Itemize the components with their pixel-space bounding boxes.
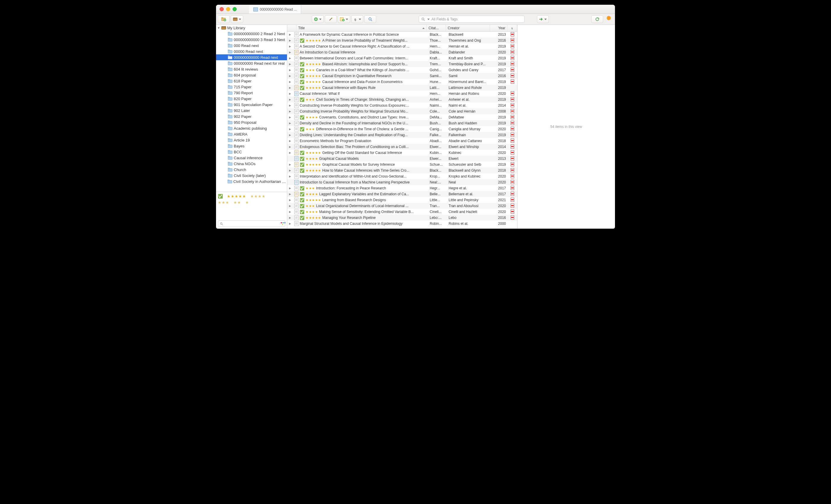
item-row[interactable]: ▶✅★★★★★Getting Off the Gold Standard for… xyxy=(287,150,517,156)
sidebar-collection[interactable]: BCC xyxy=(216,149,287,155)
library-root[interactable]: ▼My Library xyxy=(216,25,287,31)
item-row[interactable]: ▶✅★★★★★Causal Empiricism in Quantitative… xyxy=(287,73,517,79)
item-title-cell[interactable]: ✅★★★★★Biased Altruism: Islamophobia and … xyxy=(292,62,428,66)
item-row[interactable]: ▶Density and Decline in the Founding of … xyxy=(287,120,517,126)
disclosure-triangle-icon[interactable]: ▼ xyxy=(217,26,220,30)
advanced-search-button[interactable] xyxy=(364,16,376,23)
sidebar-collection[interactable]: 902 Paper xyxy=(216,114,287,119)
sidebar-collection[interactable]: 790 Report xyxy=(216,90,287,96)
disclosure-triangle-icon[interactable]: ▶ xyxy=(287,110,292,113)
item-title-cell[interactable]: ✅★★★★Graphical Causal Models xyxy=(292,156,428,161)
sidebar-collection[interactable]: 604 lit reviews xyxy=(216,66,287,72)
disclosure-triangle-icon[interactable]: ▶ xyxy=(287,86,292,89)
item-row[interactable]: ▶✅★★★★Covenants, Constitutions, and Dist… xyxy=(287,114,517,120)
item-row[interactable]: ▶✅★★★★★Causal Inference and Data-Fusion … xyxy=(287,79,517,85)
disclosure-triangle-icon[interactable]: ▶ xyxy=(287,51,292,54)
disclosure-triangle-icon[interactable]: ▶ xyxy=(287,134,292,137)
sidebar-collection[interactable]: Academic publising xyxy=(216,125,287,131)
item-title-cell[interactable]: ✅★★★★★Getting Off the Gold Standard for … xyxy=(292,150,428,155)
item-row[interactable]: ▶Endogenous Selection Bias: The Problem … xyxy=(287,144,517,150)
item-title-cell[interactable]: Causal Inference: What If xyxy=(292,91,428,96)
item-row[interactable]: ▶Dividing Lines: Understanding the Creat… xyxy=(287,132,517,138)
item-row[interactable]: ▶Marginal Structural Models and Causal I… xyxy=(287,221,517,227)
item-title-cell[interactable]: Constructing Inverse Probability Weights… xyxy=(292,103,428,108)
item-row[interactable]: ▶Econometric Methods for Program Evaluat… xyxy=(287,138,517,144)
item-row[interactable]: ▶✅★★★★★Causal Inference with Bayes RuleL… xyxy=(287,85,517,91)
item-title-cell[interactable]: ✅★★★★Covenants, Constitutions, and Disti… xyxy=(292,115,428,120)
disclosure-triangle-icon[interactable]: ▶ xyxy=(287,199,292,202)
maximize-window-button[interactable] xyxy=(233,7,237,11)
item-title-cell[interactable]: Between International Donors and Local F… xyxy=(292,56,428,61)
disclosure-triangle-icon[interactable]: ▶ xyxy=(287,216,292,219)
sidebar-collection[interactable]: Church xyxy=(216,167,287,173)
item-title-cell[interactable]: ✅★★★★★Causal Empiricism in Quantitative … xyxy=(292,73,428,78)
item-title-cell[interactable]: ✅★★★★Making Sense of Sensitivity: Extend… xyxy=(292,209,428,214)
tag-one-star[interactable]: ★ xyxy=(245,200,249,205)
item-title-cell[interactable]: ✅★★★★★A Primer on Inverse Probability of… xyxy=(292,38,428,43)
item-row[interactable]: ▶✅★★★★Making Sense of Sensitivity: Exten… xyxy=(287,209,517,215)
item-title-cell[interactable]: ✅★★★Canaries in a Coal-Mine? What the Ki… xyxy=(292,68,428,72)
item-row[interactable]: ▶Constructing Inverse Probability Weight… xyxy=(287,102,517,109)
column-header-year[interactable]: Year xyxy=(490,25,508,31)
disclosure-triangle-icon[interactable]: ▶ xyxy=(287,222,292,225)
item-title-cell[interactable]: A Second Chance to Get Causal Inference … xyxy=(292,44,428,49)
disclosure-triangle-icon[interactable]: ▶ xyxy=(287,210,292,213)
disclosure-triangle-icon[interactable]: ▶ xyxy=(287,128,292,130)
close-window-button[interactable] xyxy=(220,7,224,11)
item-row[interactable]: ✅★★★★Graphical Causal ModelsElwer...Elwe… xyxy=(287,156,517,161)
column-header-title[interactable]: Title xyxy=(296,25,427,31)
item-title-cell[interactable]: ✅★★★Civil Society in Times of Change: Sh… xyxy=(292,97,428,102)
sidebar-collection[interactable]: Civil Society in Authoritarian Re... xyxy=(216,178,287,184)
item-title-cell[interactable]: ✅★★★Difference-in-Difference in the Time… xyxy=(292,127,428,131)
disclosure-triangle-icon[interactable]: ▶ xyxy=(287,98,292,101)
tag-four-stars[interactable]: ★★★★ xyxy=(250,194,266,199)
item-title-cell[interactable]: Introduction to Causal Inference from a … xyxy=(292,180,428,185)
sidebar-collection[interactable]: Causal inference xyxy=(216,155,287,161)
item-row[interactable]: ▶Causal Inference: What IfHern...Hernán … xyxy=(287,91,517,97)
item-row[interactable]: ▶✅★★★★★Learning from Biased Research Des… xyxy=(287,197,517,203)
item-title-cell[interactable]: ✅★★★★★Causal Inference with Bayes Rule xyxy=(292,85,428,90)
item-title-cell[interactable]: ✅★★★★★Learning from Biased Research Desi… xyxy=(292,198,428,202)
item-title-cell[interactable]: A Framework for Dynamic Causal Inference… xyxy=(292,32,428,37)
sidebar-collection[interactable]: 820 Paper xyxy=(216,96,287,101)
item-row[interactable]: ▶Interpretation and Identification of Wi… xyxy=(287,173,517,179)
item-row[interactable]: ▶✅★★★★★A Primer on Inverse Probability o… xyxy=(287,37,517,43)
item-row[interactable]: ▶✅★★★★★How to Make Causal Inferences wit… xyxy=(287,168,517,173)
new-collection-button[interactable] xyxy=(218,16,230,23)
item-title-cell[interactable]: ✅★★★★Lagged Explanatory Variables and th… xyxy=(292,192,428,197)
disclosure-triangle-icon[interactable]: ▶ xyxy=(287,163,292,166)
disclosure-triangle-icon[interactable]: ▶ xyxy=(287,187,292,190)
item-title-cell[interactable]: ✅★★★★★Managing Your Research Pipeline xyxy=(292,215,428,220)
item-title-cell[interactable]: ✅★★★Introduction: Forecasting in Peace R… xyxy=(292,186,428,190)
item-row[interactable]: ▶✅★★★★★Biased Altruism: Islamophobia and… xyxy=(287,61,517,67)
item-row[interactable]: ▶✅★★★Local Organizational Determinants o… xyxy=(287,203,517,209)
quick-search-input[interactable]: All Fields & Tags xyxy=(419,16,524,23)
item-row[interactable]: ▶A Second Chance to Get Causal Inference… xyxy=(287,43,517,49)
item-title-cell[interactable]: Endogenous Selection Bias: The Problem o… xyxy=(292,145,428,149)
items-list[interactable]: ▶A Framework for Dynamic Causal Inferenc… xyxy=(287,32,517,229)
add-by-identifier-button[interactable] xyxy=(325,16,337,23)
item-title-cell[interactable]: ✅★★★★★Causal Inference and Data-Fusion i… xyxy=(292,80,428,84)
item-row[interactable]: ▶✅★★★Canaries in a Coal-Mine? What the K… xyxy=(287,67,517,73)
sync-button[interactable] xyxy=(591,16,603,23)
item-row[interactable]: Introduction to Causal Inference from a … xyxy=(287,179,517,185)
window-tab[interactable]: 000000000000 Read ... xyxy=(249,5,301,13)
item-row[interactable]: ▶An Introduction to Causal InferenceDabl… xyxy=(287,49,517,55)
item-title-cell[interactable]: ✅★★★Local Organizational Determinants of… xyxy=(292,204,428,208)
sidebar-collection[interactable]: 000000000 Read next for real xyxy=(216,60,287,66)
item-row[interactable]: ▶Constructing Inverse Probability Weight… xyxy=(287,109,517,114)
disclosure-triangle-icon[interactable]: ▶ xyxy=(287,192,292,196)
disclosure-triangle-icon[interactable]: ▶ xyxy=(287,68,292,71)
tag-menu-icon[interactable] xyxy=(281,222,283,225)
disclosure-triangle-icon[interactable]: ▶ xyxy=(287,145,292,148)
sidebar-collection[interactable]: AMERA xyxy=(216,131,287,137)
new-library-button[interactable] xyxy=(231,16,243,23)
sidebar-collection[interactable]: 000000000000 3 Read 3 Next xyxy=(216,37,287,42)
tag-three-stars[interactable]: ★★★ xyxy=(218,200,229,205)
sidebar-collection[interactable]: 00000 Read next xyxy=(216,49,287,54)
disclosure-triangle-icon[interactable]: ▶ xyxy=(287,57,292,60)
disclosure-triangle-icon[interactable]: ▶ xyxy=(287,204,292,207)
new-item-button[interactable] xyxy=(312,16,323,23)
sidebar-collection[interactable]: Civil Society (later) xyxy=(216,173,287,178)
disclosure-triangle-icon[interactable]: ▶ xyxy=(287,122,292,125)
